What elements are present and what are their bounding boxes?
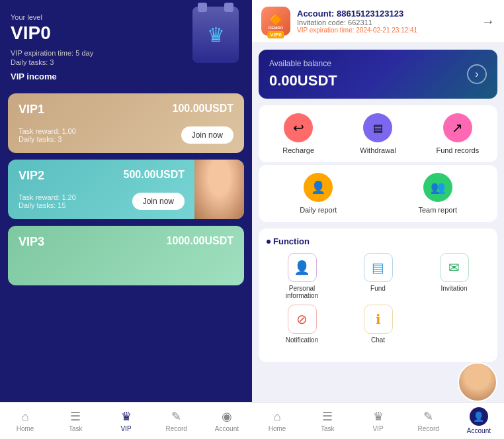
- vip-cards-list: VIP1 100.00USDT Task reward: 1.00 Daily …: [0, 88, 252, 402]
- balance-arrow-button[interactable]: ›: [467, 64, 487, 84]
- account-name: Account: 88615123123123: [297, 9, 475, 19]
- fund-icon: ▤: [364, 253, 393, 282]
- chat-label: Chat: [371, 336, 385, 344]
- fund-button[interactable]: ▤ Fund: [343, 253, 413, 299]
- fund-label: Fund: [370, 285, 386, 292]
- vip1-join-button[interactable]: Join now: [181, 126, 233, 144]
- recharge-icon: ↩: [284, 113, 313, 142]
- withdrawal-icon: ▤: [363, 113, 392, 142]
- vip2-card: VIP2 500.00USDT Task reward: 1.20 Daily …: [8, 160, 244, 219]
- home-icon: ⌂: [22, 410, 29, 424]
- recharge-label: Recharge: [282, 146, 314, 154]
- invitation-label: Invitation: [441, 285, 467, 292]
- left-nav-record[interactable]: ✎ Record: [151, 403, 202, 439]
- action-grid-row2: 👤 Daily report 👥 Team report: [259, 165, 497, 222]
- balance-label: Available balance: [269, 59, 337, 68]
- right-panel: 🔶 REMDO VIP0 Account: 88615123123123 Inv…: [252, 0, 504, 439]
- invitation-code: Invitation code: 662311: [297, 19, 475, 26]
- vip-expire-right: VIP expiration time: 2024-02-21 23:12:41: [297, 26, 475, 34]
- team-report-button[interactable]: 👥 Team report: [378, 173, 498, 214]
- function-title: Function: [267, 236, 489, 246]
- left-nav-vip[interactable]: ♛ VIP: [101, 403, 151, 439]
- vip2-amount: 500.00USDT: [124, 169, 185, 181]
- vip2-avatar: [194, 160, 244, 219]
- app-name-label: REMDO: [269, 26, 283, 30]
- notification-icon: ⊘: [288, 305, 317, 334]
- left-nav-home[interactable]: ⌂ Home: [0, 403, 50, 439]
- recharge-button[interactable]: ↩ Recharge: [259, 113, 338, 154]
- right-home-icon: ⌂: [274, 410, 281, 424]
- fund-records-label: Fund records: [436, 146, 479, 154]
- personal-info-button[interactable]: 👤 Personalinformation: [267, 253, 337, 299]
- function-dot: [267, 240, 271, 244]
- right-nav-account[interactable]: 👤 Account: [454, 403, 504, 439]
- personal-info-icon: 👤: [288, 253, 317, 282]
- left-bottom-nav: ⌂ Home ☰ Task ♛ VIP ✎ Record ◉ Account: [0, 402, 252, 439]
- support-avatar-container: [252, 362, 504, 402]
- left-nav-task[interactable]: ☰ Task: [50, 403, 101, 439]
- daily-report-label: Daily report: [300, 206, 337, 214]
- right-nav-home[interactable]: ⌂ Home: [252, 403, 302, 439]
- left-nav-account[interactable]: ◉ Account: [202, 403, 252, 439]
- team-report-label: Team report: [418, 206, 457, 214]
- balance-amount: 0.00USDT: [269, 72, 337, 89]
- right-vip-icon: ♛: [373, 409, 384, 424]
- logout-button[interactable]: →: [482, 14, 495, 29]
- account-icon: ◉: [222, 409, 232, 424]
- crown-decoration: ♛: [192, 7, 239, 63]
- right-record-icon: ✎: [423, 409, 433, 424]
- balance-card: Available balance 0.00USDT ›: [259, 50, 497, 99]
- vip3-card: VIP3 1000.00USDT: [8, 226, 244, 285]
- daily-report-button[interactable]: 👤 Daily report: [259, 173, 378, 214]
- fund-records-icon: ↗: [443, 113, 472, 142]
- function-grid: 👤 Personalinformation ▤ Fund ✉ Invitatio…: [267, 253, 489, 344]
- vip3-amount: 1000.00USDT: [167, 235, 233, 247]
- invitation-button[interactable]: ✉ Invitation: [419, 253, 489, 299]
- task-icon: ☰: [70, 409, 81, 424]
- right-nav-vip[interactable]: ♛ VIP: [353, 403, 403, 439]
- team-report-icon: 👥: [423, 173, 452, 202]
- chat-button[interactable]: ℹ Chat: [343, 305, 413, 344]
- right-header: 🔶 REMDO VIP0 Account: 88615123123123 Inv…: [252, 0, 504, 43]
- withdrawal-button[interactable]: ▤ Withdrawal: [338, 113, 417, 154]
- right-task-icon: ☰: [322, 409, 333, 424]
- vip-badge: VIP0: [267, 31, 284, 38]
- fund-records-button[interactable]: ↗ Fund records: [418, 113, 497, 154]
- vip1-card: VIP1 100.00USDT Task reward: 1.00 Daily …: [8, 93, 244, 153]
- vip1-amount: 100.00USDT: [173, 103, 234, 115]
- vip-income-label: VIP income: [11, 72, 241, 81]
- chat-icon: ℹ: [364, 305, 393, 334]
- notification-button[interactable]: ⊘ Notification: [267, 305, 337, 344]
- account-avatar: 👤: [470, 407, 488, 426]
- left-panel: Your level VIP0 VIP expiration time: 5 d…: [0, 0, 252, 439]
- app-logo: 🔶 REMDO VIP0: [261, 7, 290, 36]
- account-info: Account: 88615123123123 Invitation code:…: [297, 9, 475, 34]
- invitation-icon: ✉: [440, 253, 469, 282]
- function-section: Function 👤 Personalinformation ▤ Fund ✉ …: [259, 228, 497, 362]
- right-nav-task[interactable]: ☰ Task: [302, 403, 353, 439]
- vip2-join-button[interactable]: Join now: [132, 193, 185, 210]
- right-nav-record[interactable]: ✎ Record: [403, 403, 454, 439]
- daily-report-icon: 👤: [304, 173, 333, 202]
- notification-label: Notification: [286, 336, 318, 344]
- withdrawal-label: Withdrawal: [360, 146, 396, 154]
- crown-icon: ♛: [207, 23, 225, 46]
- support-avatar: [458, 362, 497, 402]
- record-icon: ✎: [171, 409, 181, 424]
- personal-info-label: Personalinformation: [286, 285, 318, 299]
- vip-icon: ♛: [121, 409, 132, 424]
- action-grid-row1: ↩ Recharge ▤ Withdrawal ↗ Fund records: [259, 105, 497, 162]
- right-bottom-nav: ⌂ Home ☰ Task ♛ VIP ✎ Record 👤 Account: [252, 402, 504, 439]
